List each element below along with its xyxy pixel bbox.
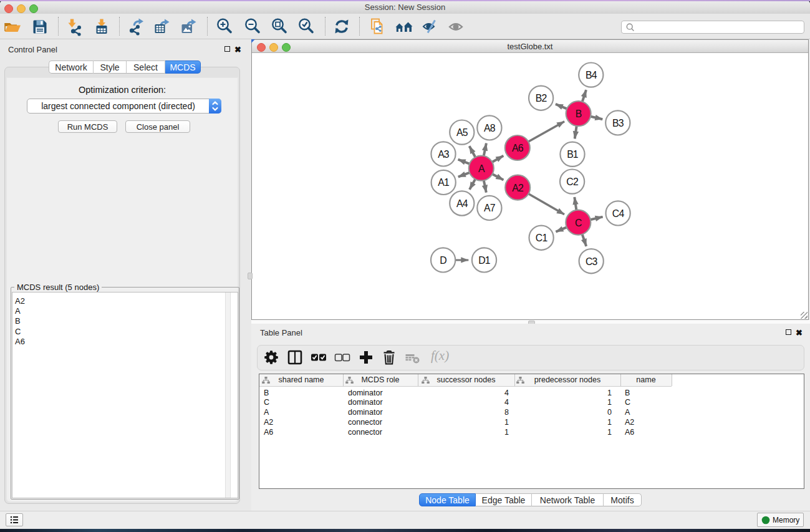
svg-text:A5: A5 [456,127,468,138]
svg-text:A1: A1 [438,177,450,188]
svg-text:C4: C4 [612,208,625,219]
svg-text:A3: A3 [438,149,450,160]
svg-text:B3: B3 [612,118,624,128]
svg-text:C: C [575,218,582,228]
svg-text:C2: C2 [566,177,578,187]
svg-text:A4: A4 [456,198,468,209]
svg-text:A8: A8 [484,123,496,133]
svg-text:B4: B4 [586,70,597,80]
svg-text:A7: A7 [484,203,495,213]
svg-text:D: D [440,255,446,266]
svg-text:A: A [478,163,485,174]
svg-text:A6: A6 [512,143,524,153]
svg-text:B1: B1 [567,149,579,160]
svg-text:D1: D1 [478,255,491,266]
svg-text:A2: A2 [512,183,523,193]
svg-text:B2: B2 [536,93,547,104]
svg-text:C1: C1 [536,233,548,243]
svg-text:B: B [576,109,582,119]
svg-text:C3: C3 [586,256,598,267]
